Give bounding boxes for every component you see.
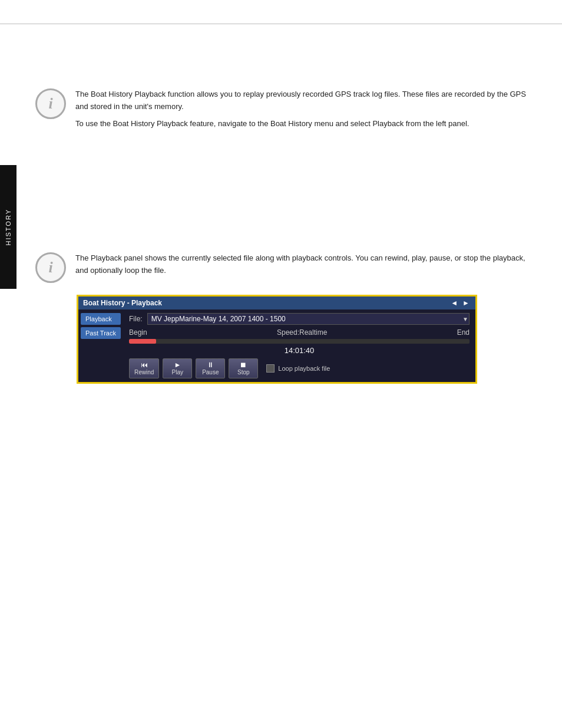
tab-past-track[interactable]: Past Track bbox=[81, 327, 121, 339]
loop-checkbox[interactable] bbox=[266, 364, 275, 373]
loop-area: Loop playback file bbox=[266, 364, 330, 373]
section-1-para1: The Boat History Playback function allow… bbox=[75, 88, 527, 113]
section-2: i The Playback panel shows the currently… bbox=[35, 252, 527, 283]
file-row: File: MV JeppMarine-May 14, 2007 1400 - … bbox=[129, 313, 470, 325]
playback-widget: Boat History - Playback ◄ ► Playback Pas… bbox=[77, 295, 477, 384]
loop-label: Loop playback file bbox=[278, 365, 330, 372]
stop-button[interactable]: ⏹ Stop bbox=[229, 358, 258, 378]
section-1: i The Boat History Playback function all… bbox=[35, 88, 527, 134]
progress-bar-fill bbox=[129, 339, 156, 344]
section-1-text: The Boat History Playback function allow… bbox=[75, 88, 527, 134]
stop-label: Stop bbox=[237, 369, 250, 375]
rewind-label: Rewind bbox=[134, 369, 154, 375]
play-button[interactable]: ► Play bbox=[163, 358, 192, 378]
play-label: Play bbox=[172, 369, 183, 375]
speed-row: Begin Speed:Realtime End bbox=[129, 328, 470, 337]
playback-nav-right[interactable]: ► bbox=[461, 299, 471, 307]
file-select[interactable]: MV JeppMarine-May 14, 2007 1400 - 1500 bbox=[147, 313, 470, 325]
file-value-container: MV JeppMarine-May 14, 2007 1400 - 1500 ▼ bbox=[147, 313, 470, 325]
begin-label: Begin bbox=[129, 328, 147, 337]
playback-title: Boat History - Playback bbox=[83, 299, 162, 307]
section-1-para2: To use the Boat History Playback feature… bbox=[75, 118, 527, 130]
playback-nav-left[interactable]: ◄ bbox=[449, 299, 459, 307]
end-label: End bbox=[457, 328, 470, 337]
file-label: File: bbox=[129, 315, 143, 323]
info-icon-1: i bbox=[35, 88, 66, 119]
rewind-icon: ⏮ bbox=[141, 361, 148, 368]
section-2-text: The Playback panel shows the currently s… bbox=[75, 252, 527, 282]
time-display: 14:01:40 bbox=[129, 346, 470, 355]
rewind-button[interactable]: ⏮ Rewind bbox=[129, 358, 159, 378]
playback-content: File: MV JeppMarine-May 14, 2007 1400 - … bbox=[123, 309, 475, 382]
playback-tabs: Playback Past Track bbox=[78, 309, 123, 382]
pause-icon: ⏸ bbox=[207, 361, 214, 368]
section-2-para1: The Playback panel shows the currently s… bbox=[75, 252, 527, 277]
info-icon-2: i bbox=[35, 252, 66, 283]
pause-label: Pause bbox=[202, 369, 219, 375]
pause-button[interactable]: ⏸ Pause bbox=[196, 358, 225, 378]
play-icon: ► bbox=[174, 361, 181, 368]
controls-row: ⏮ Rewind ► Play ⏸ Pause ⏹ Stop bbox=[129, 358, 470, 378]
progress-bar-container[interactable] bbox=[129, 339, 470, 344]
playback-header: Boat History - Playback ◄ ► bbox=[78, 297, 475, 309]
speed-label: Speed:Realtime bbox=[277, 328, 327, 337]
stop-icon: ⏹ bbox=[240, 361, 247, 368]
tab-playback[interactable]: Playback bbox=[81, 313, 121, 325]
playback-body: Playback Past Track File: MV JeppMarine-… bbox=[78, 309, 475, 382]
playback-nav: ◄ ► bbox=[449, 299, 471, 307]
